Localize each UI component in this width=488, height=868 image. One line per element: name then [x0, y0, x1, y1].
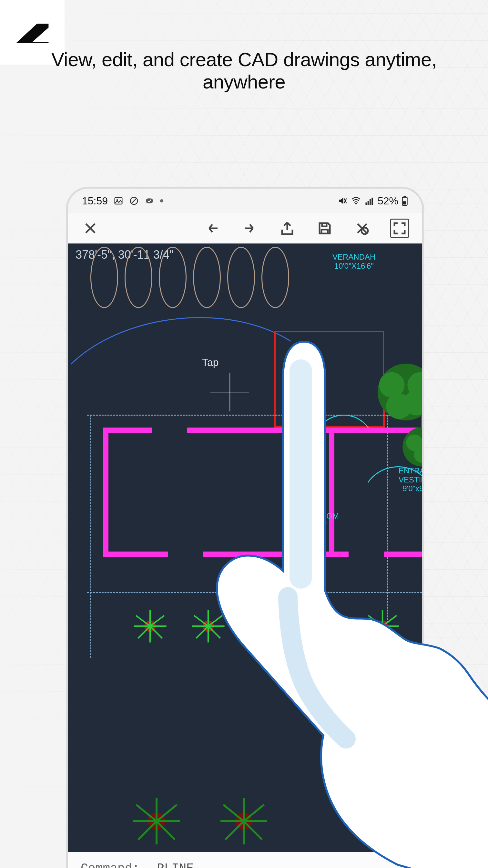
tree-symbol: [396, 421, 422, 473]
svg-rect-4: [146, 198, 153, 204]
clock: 15:59: [82, 195, 108, 207]
app-toolbar: [68, 213, 422, 244]
undo-button[interactable]: [203, 219, 222, 238]
image-icon: [113, 196, 123, 206]
tap-crosshair: [210, 373, 249, 411]
mute-icon: [337, 196, 347, 206]
share-icon: [280, 221, 295, 236]
shrub-row-bottom: [132, 797, 268, 845]
save-button[interactable]: [315, 219, 334, 238]
svg-rect-14: [403, 201, 406, 205]
red-outline-1: [274, 331, 384, 428]
command-line[interactable]: Command: _PLINE: [68, 852, 422, 868]
battery-percent: 52%: [378, 195, 398, 207]
tap-label: Tap: [202, 356, 219, 368]
page-headline: View, edit, and create CAD drawings anyt…: [0, 49, 488, 93]
save-icon: [317, 221, 332, 236]
measure-button[interactable]: [352, 219, 372, 238]
share-button[interactable]: [278, 219, 297, 238]
badge-icon: [144, 196, 154, 206]
cad-canvas[interactable]: 378'-5", 30'-11 3/4" VERANDAH 10'0"X16'6…: [68, 244, 422, 852]
dashed-guide: [90, 414, 91, 658]
tree-ellipses: [90, 247, 289, 308]
svg-rect-10: [369, 199, 371, 205]
svg-point-7: [355, 203, 357, 205]
command-label: Command:: [81, 862, 139, 868]
living-room-label: VING ROOM 5'0"x15'0": [294, 512, 339, 529]
svg-rect-8: [365, 203, 367, 205]
measure-icon: [354, 221, 370, 236]
wifi-icon: [351, 196, 361, 206]
close-button[interactable]: [81, 219, 100, 238]
signal-icon: [365, 196, 375, 206]
device-statusbar: 15:59 52%: [68, 189, 422, 213]
expand-button[interactable]: [390, 219, 409, 238]
svg-rect-13: [403, 196, 406, 197]
expand-icon: [392, 221, 407, 236]
dashed-guide: [87, 592, 422, 593]
undo-icon: [205, 221, 220, 236]
command-value: _PLINE: [150, 862, 194, 868]
autodesk-logo-icon: [13, 13, 52, 52]
shrub-row: [132, 609, 400, 644]
blocked-icon: [129, 196, 139, 206]
redo-button[interactable]: [240, 219, 259, 238]
redo-icon: [242, 221, 258, 236]
notification-dot: [160, 199, 163, 203]
svg-rect-9: [368, 201, 369, 205]
svg-line-3: [132, 198, 136, 204]
battery-icon: [401, 196, 408, 206]
verandah-label: VERANDAH 10'0"X16'6": [332, 252, 376, 270]
close-icon: [83, 221, 98, 236]
phone-mockup: 15:59 52%: [66, 187, 423, 868]
svg-rect-11: [371, 197, 373, 205]
tree-symbol: [370, 356, 422, 428]
